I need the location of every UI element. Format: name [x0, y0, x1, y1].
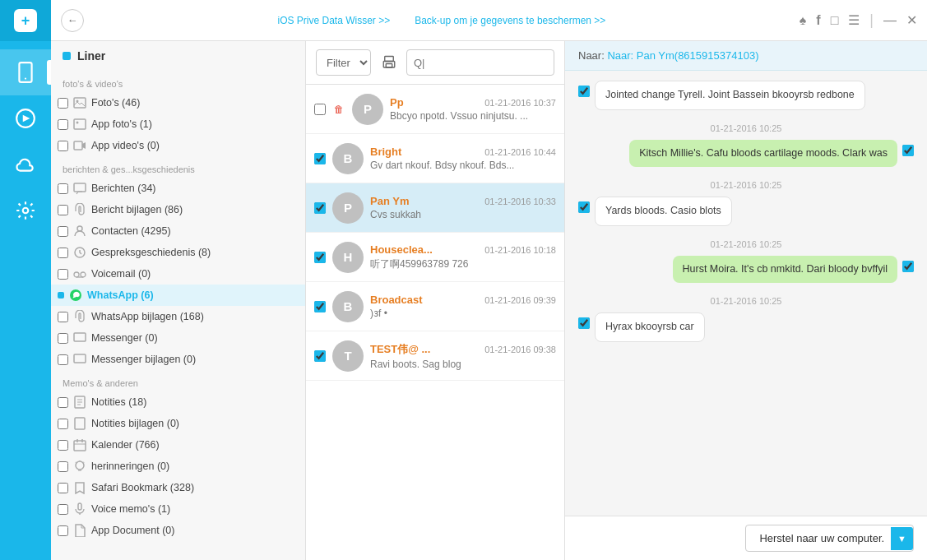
- berichten-checkbox[interactable]: [58, 183, 68, 194]
- msg-checkbox[interactable]: [578, 86, 590, 97]
- sidebar-item-herinneringen[interactable]: herinneringen (0): [51, 456, 305, 477]
- delete-icon[interactable]: 🗑: [332, 103, 345, 116]
- note-icon: [72, 395, 87, 410]
- filter-select[interactable]: Filter: [316, 49, 371, 76]
- messenger-bijlagen-checkbox[interactable]: [58, 354, 68, 365]
- conversation-item[interactable]: T TEST伟@ ... 01-21-2016 09:38 Ravi boots…: [306, 331, 564, 381]
- restore-button[interactable]: Herstel naar uw computer. ▼: [745, 525, 914, 552]
- msg-checkbox[interactable]: [578, 201, 590, 213]
- sidebar-item-bericht-bijlagen[interactable]: Bericht bijlagen (86): [51, 199, 305, 220]
- conv-checkbox[interactable]: [314, 301, 326, 312]
- whatsapp-bijlagen-checkbox[interactable]: [58, 312, 68, 322]
- facebook-icon[interactable]: f: [816, 13, 820, 28]
- svg-rect-31: [383, 62, 395, 68]
- conv-time: 01-21-2016 09:38: [484, 345, 556, 354]
- menu-icon[interactable]: ☰: [848, 12, 860, 28]
- voice-memo-checkbox[interactable]: [58, 504, 68, 515]
- attachment-icon: [72, 202, 87, 217]
- conversation-item[interactable]: B Broadcast 01-21-2016 09:39 )ɜf •: [306, 282, 564, 331]
- notities-checkbox[interactable]: [58, 397, 68, 408]
- contact-icon: [72, 224, 87, 238]
- video-icon: [72, 138, 87, 153]
- search-box: [406, 49, 554, 76]
- sidebar-item-whatsapp-bijlagen[interactable]: WhatsApp bijlagen (168): [51, 306, 305, 327]
- conv-preview: Ravi boots. Sag blog: [370, 359, 556, 370]
- safari-checkbox[interactable]: [58, 483, 68, 493]
- minimize-icon[interactable]: —: [883, 13, 897, 28]
- app-document-checkbox[interactable]: [58, 525, 68, 536]
- conv-name: TEST伟@ ...: [370, 342, 430, 357]
- sidebar-item-fotos[interactable]: Foto's (46): [51, 92, 305, 113]
- history-icon: [72, 245, 87, 260]
- sidebar-item-safari[interactable]: Safari Bookmark (328): [51, 477, 305, 498]
- conversation-item[interactable]: B Bright 01-21-2016 10:44 Gv dart nkouf.…: [306, 134, 564, 183]
- close-icon[interactable]: ✕: [906, 12, 917, 28]
- msg-checkbox[interactable]: [578, 317, 590, 329]
- app-logo[interactable]: +: [0, 0, 51, 41]
- link-ios-prive[interactable]: iOS Prive Data Wisser >>: [277, 15, 390, 26]
- conv-time: 01-21-2016 10:33: [484, 197, 556, 206]
- svg-rect-32: [386, 64, 392, 68]
- conv-checkbox[interactable]: [314, 202, 326, 214]
- sidebar-item-app-document[interactable]: App Document (0): [51, 520, 305, 541]
- conversation-item[interactable]: P Pan Ym 01-21-2016 10:33 Cvs sukkah: [306, 183, 564, 233]
- sidebar-item-notities[interactable]: Notities (18): [51, 391, 305, 413]
- sidebar-item-messenger[interactable]: Messenger (0): [51, 327, 305, 349]
- conv-name: Pan Ym: [370, 195, 409, 207]
- toolbar-item-tools[interactable]: [0, 187, 51, 234]
- message-row: Kitsch Millie's. Cafu bloods cartilage m…: [578, 140, 914, 168]
- conv-preview: Bbcyo npotd. Vssuo ninjutsu. ...: [390, 110, 556, 122]
- voicemail-checkbox[interactable]: [58, 269, 68, 280]
- app-fotos-checkbox[interactable]: [58, 119, 68, 130]
- conv-checkbox[interactable]: [314, 153, 326, 164]
- app-videos-checkbox[interactable]: [58, 141, 68, 151]
- speech-icon[interactable]: □: [831, 13, 839, 28]
- toolbar-item-cloud[interactable]: [0, 141, 51, 187]
- chat-panel: Naar: Naar: Pan Ym(8615915374103) Jointe…: [565, 41, 927, 560]
- sidebar-item-whatsapp[interactable]: WhatsApp (6): [51, 285, 305, 306]
- avatar: H: [332, 242, 364, 273]
- conversation-item[interactable]: 🗑 P Pp 01-21-2016 10:37 Bbcyo npotd. Vss…: [306, 85, 564, 134]
- conv-checkbox[interactable]: [314, 350, 326, 362]
- sidebar-item-kalender[interactable]: Kalender (766): [51, 434, 305, 456]
- conv-checkbox[interactable]: [314, 104, 326, 115]
- sidebar-item-contacten[interactable]: Contacten (4295): [51, 220, 305, 242]
- gespreks-checkbox[interactable]: [58, 248, 68, 258]
- sidebar-item-app-fotos[interactable]: App foto's (1): [51, 113, 305, 135]
- msg-checkbox[interactable]: [902, 145, 914, 156]
- restore-dropdown-arrow[interactable]: ▼: [891, 527, 913, 550]
- person-icon[interactable]: ♠: [800, 13, 807, 28]
- search-input[interactable]: [414, 57, 552, 69]
- link-backup[interactable]: Back-up om je gegevens te beschermen >>: [415, 15, 605, 26]
- message-timestamp: 01-21-2016 10:25: [578, 239, 914, 249]
- msg-checkbox[interactable]: [902, 261, 914, 272]
- fotos-checkbox[interactable]: [58, 98, 68, 109]
- sidebar-item-notities-bijlagen[interactable]: Notities bijlagen (0): [51, 413, 305, 434]
- logo-icon: +: [14, 9, 37, 32]
- svg-rect-9: [74, 183, 86, 192]
- back-button[interactable]: ←: [61, 9, 84, 32]
- sidebar-title: Liner: [51, 41, 305, 71]
- toolbar-item-music[interactable]: [0, 95, 51, 141]
- toolbar-item-phone[interactable]: [0, 49, 51, 95]
- print-button[interactable]: [378, 49, 400, 76]
- herinneringen-checkbox[interactable]: [58, 461, 68, 472]
- sidebar-item-voice-memo[interactable]: Voice memo's (1): [51, 498, 305, 520]
- sidebar-item-messenger-bijlagen[interactable]: Messenger bijlagen (0): [51, 349, 305, 370]
- conversation-item[interactable]: H Houseclea... 01-21-2016 10:18 听了啊45996…: [306, 233, 564, 282]
- notities-bijlagen-checkbox[interactable]: [58, 419, 68, 429]
- message-bubble: Yards bloods. Casio blots: [595, 197, 732, 226]
- sidebar-item-app-videos[interactable]: App video's (0): [51, 135, 305, 156]
- sidebar-item-berichten[interactable]: Berichten (34): [51, 178, 305, 199]
- contacten-checkbox[interactable]: [58, 226, 68, 237]
- message-row: Hyrax bkooyrsb car: [578, 312, 914, 342]
- svg-rect-4: [74, 98, 86, 108]
- messenger-checkbox[interactable]: [58, 333, 68, 344]
- sidebar-item-gespreks[interactable]: Gespreksgeschiedenis (8): [51, 242, 305, 263]
- sidebar-item-voicemail[interactable]: Voicemail (0): [51, 263, 305, 285]
- kalender-checkbox[interactable]: [58, 440, 68, 451]
- bookmark-icon: [72, 480, 87, 495]
- message-bubble: Hurst Moira. It's cb nmkitd. Dari bloody…: [673, 256, 897, 284]
- bericht-bijlagen-checkbox[interactable]: [58, 205, 68, 215]
- conv-checkbox[interactable]: [314, 252, 326, 263]
